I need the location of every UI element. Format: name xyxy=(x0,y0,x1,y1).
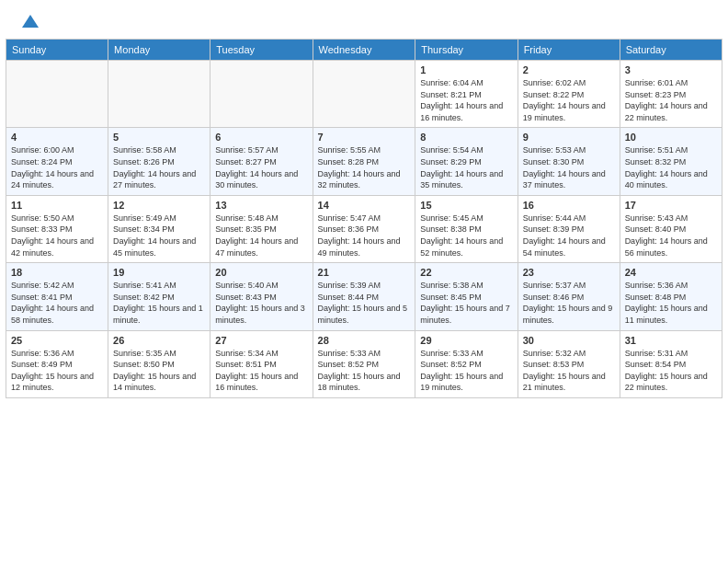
day-number: 30 xyxy=(523,335,615,346)
day-number: 6 xyxy=(215,132,307,143)
logo-icon xyxy=(20,11,40,31)
table-row: 27Sunrise: 5:34 AMSunset: 8:51 PMDayligh… xyxy=(210,330,313,397)
header-sunday: Sunday xyxy=(6,40,108,61)
header-tuesday: Tuesday xyxy=(210,40,313,61)
table-row: 14Sunrise: 5:47 AMSunset: 8:36 PMDayligh… xyxy=(313,195,415,262)
day-number: 21 xyxy=(318,267,411,278)
day-info: Sunrise: 5:58 AMSunset: 8:26 PMDaylight:… xyxy=(113,144,205,190)
table-row: 15Sunrise: 5:45 AMSunset: 8:38 PMDayligh… xyxy=(415,195,518,262)
day-number: 24 xyxy=(625,267,717,278)
day-info: Sunrise: 5:34 AMSunset: 8:51 PMDaylight:… xyxy=(215,348,307,394)
table-row: 16Sunrise: 5:44 AMSunset: 8:39 PMDayligh… xyxy=(518,195,620,262)
day-info: Sunrise: 5:36 AMSunset: 8:49 PMDaylight:… xyxy=(11,348,103,394)
table-row: 26Sunrise: 5:35 AMSunset: 8:50 PMDayligh… xyxy=(108,330,210,397)
day-info: Sunrise: 5:42 AMSunset: 8:41 PMDaylight:… xyxy=(11,280,103,326)
table-row: 30Sunrise: 5:32 AMSunset: 8:53 PMDayligh… xyxy=(518,330,620,397)
table-row: 5Sunrise: 5:58 AMSunset: 8:26 PMDaylight… xyxy=(108,128,210,195)
day-info: Sunrise: 6:00 AMSunset: 8:24 PMDaylight:… xyxy=(11,144,103,190)
header-wednesday: Wednesday xyxy=(313,40,415,61)
page-header xyxy=(0,0,728,39)
day-info: Sunrise: 5:32 AMSunset: 8:53 PMDaylight:… xyxy=(523,348,615,394)
day-info: Sunrise: 5:53 AMSunset: 8:30 PMDaylight:… xyxy=(523,144,615,190)
header-saturday: Saturday xyxy=(620,40,722,61)
day-number: 25 xyxy=(11,335,103,346)
day-number: 20 xyxy=(215,267,307,278)
calendar-week-4: 18Sunrise: 5:42 AMSunset: 8:41 PMDayligh… xyxy=(6,263,722,330)
day-info: Sunrise: 5:36 AMSunset: 8:48 PMDaylight:… xyxy=(625,280,717,326)
table-row: 28Sunrise: 5:33 AMSunset: 8:52 PMDayligh… xyxy=(313,330,415,397)
day-info: Sunrise: 5:40 AMSunset: 8:43 PMDaylight:… xyxy=(215,280,307,326)
calendar-week-2: 4Sunrise: 6:00 AMSunset: 8:24 PMDaylight… xyxy=(6,128,722,195)
table-row: 8Sunrise: 5:54 AMSunset: 8:29 PMDaylight… xyxy=(415,128,518,195)
table-row: 7Sunrise: 5:55 AMSunset: 8:28 PMDaylight… xyxy=(313,128,415,195)
day-number: 4 xyxy=(11,132,103,143)
day-number: 15 xyxy=(420,200,512,211)
day-info: Sunrise: 5:43 AMSunset: 8:40 PMDaylight:… xyxy=(625,213,717,259)
table-row: 17Sunrise: 5:43 AMSunset: 8:40 PMDayligh… xyxy=(620,195,722,262)
day-info: Sunrise: 5:57 AMSunset: 8:27 PMDaylight:… xyxy=(215,144,307,190)
table-row: 11Sunrise: 5:50 AMSunset: 8:33 PMDayligh… xyxy=(6,195,108,262)
day-info: Sunrise: 5:31 AMSunset: 8:54 PMDaylight:… xyxy=(625,348,717,394)
day-number: 5 xyxy=(113,132,205,143)
logo xyxy=(17,11,40,31)
table-row: 21Sunrise: 5:39 AMSunset: 8:44 PMDayligh… xyxy=(313,263,415,330)
day-info: Sunrise: 5:38 AMSunset: 8:45 PMDaylight:… xyxy=(420,280,512,326)
day-number: 17 xyxy=(625,200,717,211)
table-row: 12Sunrise: 5:49 AMSunset: 8:34 PMDayligh… xyxy=(108,195,210,262)
table-row: 6Sunrise: 5:57 AMSunset: 8:27 PMDaylight… xyxy=(210,128,313,195)
table-row: 22Sunrise: 5:38 AMSunset: 8:45 PMDayligh… xyxy=(415,263,518,330)
table-row: 29Sunrise: 5:33 AMSunset: 8:52 PMDayligh… xyxy=(415,330,518,397)
calendar-wrapper: SundayMondayTuesdayWednesdayThursdayFrid… xyxy=(0,39,728,404)
day-number: 12 xyxy=(113,200,205,211)
header-monday: Monday xyxy=(108,40,210,61)
day-info: Sunrise: 6:02 AMSunset: 8:22 PMDaylight:… xyxy=(523,77,615,123)
day-number: 8 xyxy=(420,132,512,143)
day-info: Sunrise: 5:54 AMSunset: 8:29 PMDaylight:… xyxy=(420,144,512,190)
day-number: 1 xyxy=(420,64,512,75)
calendar-week-1: 1Sunrise: 6:04 AMSunset: 8:21 PMDaylight… xyxy=(6,61,722,128)
day-number: 29 xyxy=(420,335,512,346)
table-row: 19Sunrise: 5:41 AMSunset: 8:42 PMDayligh… xyxy=(108,263,210,330)
calendar-week-5: 25Sunrise: 5:36 AMSunset: 8:49 PMDayligh… xyxy=(6,330,722,397)
table-row xyxy=(108,61,210,128)
table-row: 10Sunrise: 5:51 AMSunset: 8:32 PMDayligh… xyxy=(620,128,722,195)
day-number: 27 xyxy=(215,335,307,346)
day-number: 19 xyxy=(113,267,205,278)
day-number: 26 xyxy=(113,335,205,346)
day-info: Sunrise: 5:33 AMSunset: 8:52 PMDaylight:… xyxy=(420,348,512,394)
day-number: 11 xyxy=(11,200,103,211)
day-info: Sunrise: 6:04 AMSunset: 8:21 PMDaylight:… xyxy=(420,77,512,123)
table-row: 4Sunrise: 6:00 AMSunset: 8:24 PMDaylight… xyxy=(6,128,108,195)
day-info: Sunrise: 5:37 AMSunset: 8:46 PMDaylight:… xyxy=(523,280,615,326)
table-row: 1Sunrise: 6:04 AMSunset: 8:21 PMDaylight… xyxy=(415,61,518,128)
table-row: 3Sunrise: 6:01 AMSunset: 8:23 PMDaylight… xyxy=(620,61,722,128)
day-number: 9 xyxy=(523,132,615,143)
table-row: 23Sunrise: 5:37 AMSunset: 8:46 PMDayligh… xyxy=(518,263,620,330)
day-number: 2 xyxy=(523,64,615,75)
day-info: Sunrise: 5:45 AMSunset: 8:38 PMDaylight:… xyxy=(420,213,512,259)
day-number: 13 xyxy=(215,200,307,211)
day-info: Sunrise: 6:01 AMSunset: 8:23 PMDaylight:… xyxy=(625,77,717,123)
day-number: 3 xyxy=(625,64,717,75)
header-friday: Friday xyxy=(518,40,620,61)
table-row: 25Sunrise: 5:36 AMSunset: 8:49 PMDayligh… xyxy=(6,330,108,397)
header-thursday: Thursday xyxy=(415,40,518,61)
calendar-table: SundayMondayTuesdayWednesdayThursdayFrid… xyxy=(6,39,722,398)
table-row xyxy=(6,61,108,128)
table-row: 24Sunrise: 5:36 AMSunset: 8:48 PMDayligh… xyxy=(620,263,722,330)
day-info: Sunrise: 5:41 AMSunset: 8:42 PMDaylight:… xyxy=(113,280,205,326)
day-number: 23 xyxy=(523,267,615,278)
table-row: 13Sunrise: 5:48 AMSunset: 8:35 PMDayligh… xyxy=(210,195,313,262)
day-info: Sunrise: 5:51 AMSunset: 8:32 PMDaylight:… xyxy=(625,144,717,190)
table-row xyxy=(313,61,415,128)
day-number: 16 xyxy=(523,200,615,211)
table-row: 9Sunrise: 5:53 AMSunset: 8:30 PMDaylight… xyxy=(518,128,620,195)
day-number: 14 xyxy=(318,200,411,211)
table-row: 31Sunrise: 5:31 AMSunset: 8:54 PMDayligh… xyxy=(620,330,722,397)
day-info: Sunrise: 5:50 AMSunset: 8:33 PMDaylight:… xyxy=(11,213,103,259)
calendar-week-3: 11Sunrise: 5:50 AMSunset: 8:33 PMDayligh… xyxy=(6,195,722,262)
day-info: Sunrise: 5:49 AMSunset: 8:34 PMDaylight:… xyxy=(113,213,205,259)
day-number: 31 xyxy=(625,335,717,346)
day-info: Sunrise: 5:44 AMSunset: 8:39 PMDaylight:… xyxy=(523,213,615,259)
day-info: Sunrise: 5:47 AMSunset: 8:36 PMDaylight:… xyxy=(318,213,411,259)
